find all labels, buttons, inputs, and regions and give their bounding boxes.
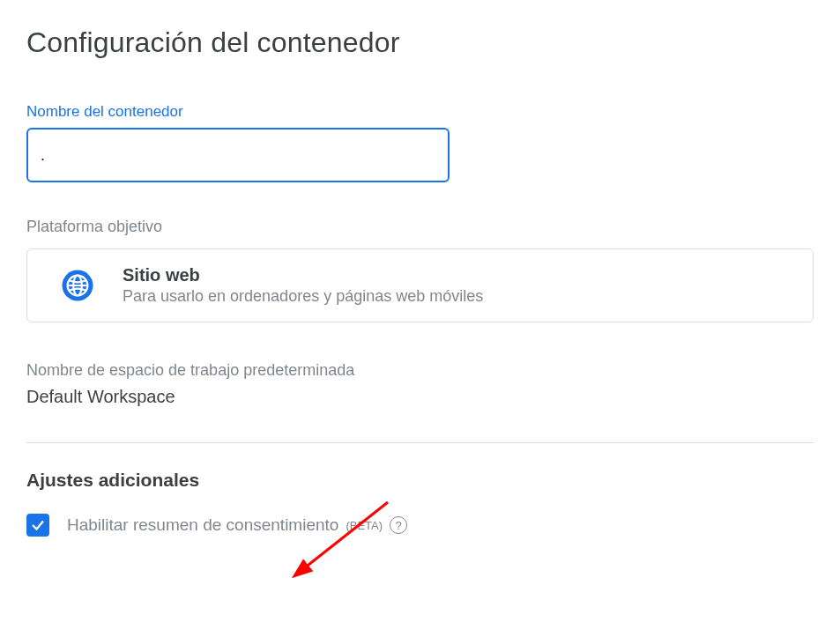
workspace-value: Default Workspace bbox=[26, 387, 814, 407]
globe-icon bbox=[57, 265, 98, 306]
help-icon[interactable]: ? bbox=[390, 516, 407, 534]
platform-description: Para usarlo en ordenadores y páginas web… bbox=[123, 287, 483, 306]
page-title: Configuración del contenedor bbox=[26, 26, 814, 59]
annotation-arrow bbox=[291, 493, 397, 590]
beta-badge: (BETA) bbox=[346, 519, 383, 532]
platform-card-web[interactable]: Sitio web Para usarlo en ordenadores y p… bbox=[26, 248, 814, 322]
container-name-label: Nombre del contenedor bbox=[26, 103, 814, 121]
separator bbox=[26, 442, 814, 443]
consent-overview-text: Habilitar resumen de consentimiento bbox=[67, 515, 338, 535]
consent-overview-label: Habilitar resumen de consentimiento (BET… bbox=[67, 515, 407, 535]
check-icon bbox=[30, 517, 46, 533]
additional-settings-title: Ajustes adicionales bbox=[26, 470, 814, 491]
container-settings-page: Configuración del contenedor Nombre del … bbox=[0, 0, 840, 637]
container-name-input[interactable] bbox=[26, 128, 450, 182]
workspace-label: Nombre de espacio de trabajo predetermin… bbox=[26, 361, 814, 380]
consent-overview-row: Habilitar resumen de consentimiento (BET… bbox=[26, 514, 814, 537]
consent-overview-checkbox[interactable] bbox=[26, 514, 49, 537]
platform-section-label: Plataforma objetivo bbox=[26, 218, 814, 236]
platform-text: Sitio web Para usarlo en ordenadores y p… bbox=[123, 265, 483, 306]
platform-title: Sitio web bbox=[123, 265, 483, 285]
